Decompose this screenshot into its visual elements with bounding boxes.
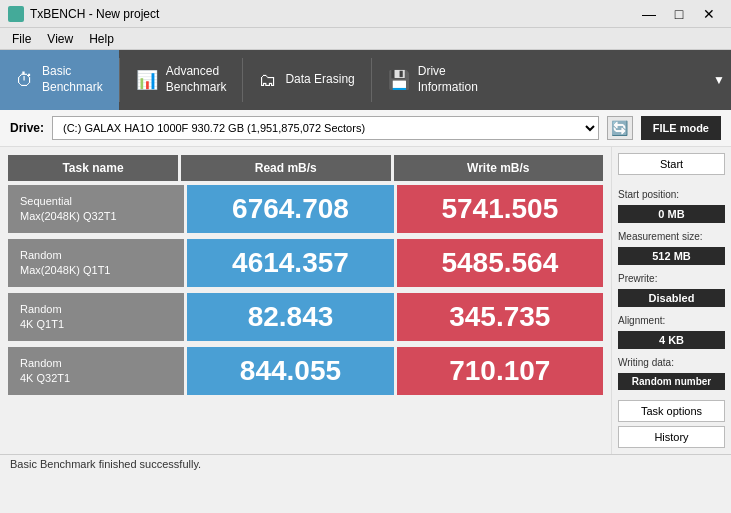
alignment-value: 4 KB [618,331,725,349]
bench-row-random-4k-q1: Random 4K Q1T1 82.843 345.735 [8,293,603,341]
status-message: Basic Benchmark finished successfully. [10,458,201,470]
data-erasing-label: Data Erasing [285,72,354,88]
status-bar: Basic Benchmark finished successfully. [0,454,731,473]
bench-write-sequential: 5741.505 [397,185,603,233]
start-position-label: Start position: [618,189,725,200]
drive-select[interactable]: (C:) GALAX HA1O 1000F 930.72 GB (1,951,8… [52,116,599,140]
basic-benchmark-label: BasicBenchmark [42,64,103,95]
title-bar: TxBENCH - New project — □ ✕ [0,0,731,28]
window-controls: — □ ✕ [635,4,723,24]
bench-name-random-max: Random Max(2048K) Q1T1 [8,239,184,287]
close-button[interactable]: ✕ [695,4,723,24]
history-button[interactable]: History [618,426,725,448]
start-position-value: 0 MB [618,205,725,223]
start-button[interactable]: Start [618,153,725,175]
bench-row-sequential: Sequential Max(2048K) Q32T1 6764.708 574… [8,185,603,233]
bench-write-random-4k-q32: 710.107 [397,347,603,395]
bench-read-sequential: 6764.708 [187,185,393,233]
menu-file[interactable]: File [4,30,39,48]
right-panel: Start Start position: 0 MB Measurement s… [611,147,731,454]
minimize-button[interactable]: — [635,4,663,24]
header-task-name: Task name [8,155,178,181]
bench-name-random-4k-q1: Random 4K Q1T1 [8,293,184,341]
prewrite-label: Prewrite: [618,273,725,284]
content-area: Task name Read mB/s Write mB/s Sequentia… [0,147,731,454]
drive-info-label: DriveInformation [418,64,478,95]
menu-help[interactable]: Help [81,30,122,48]
tab-data-erasing[interactable]: 🗂 Data Erasing [243,50,370,110]
bench-read-random-max: 4614.357 [187,239,393,287]
bench-read-random-4k-q1: 82.843 [187,293,393,341]
window-title: TxBENCH - New project [30,7,159,21]
maximize-button[interactable]: □ [665,4,693,24]
writing-data-label: Writing data: [618,357,725,368]
advanced-benchmark-icon: 📊 [136,69,158,91]
header-read: Read mB/s [181,155,391,181]
bench-row-random-4k-q32: Random 4K Q32T1 844.055 710.107 [8,347,603,395]
bench-name-random-4k-q32: Random 4K Q32T1 [8,347,184,395]
benchmark-area: Task name Read mB/s Write mB/s Sequentia… [0,147,611,454]
header-write: Write mB/s [394,155,604,181]
toolbar-dropdown[interactable]: ▼ [707,50,731,110]
bench-write-random-4k-q1: 345.735 [397,293,603,341]
drive-label: Drive: [10,121,44,135]
bench-header: Task name Read mB/s Write mB/s [8,155,603,181]
writing-data-value: Random number [618,373,725,390]
tab-drive-information[interactable]: 💾 DriveInformation [372,50,494,110]
bench-row-random-max: Random Max(2048K) Q1T1 4614.357 5485.564 [8,239,603,287]
drive-bar: Drive: (C:) GALAX HA1O 1000F 930.72 GB (… [0,110,731,147]
prewrite-value: Disabled [618,289,725,307]
alignment-label: Alignment: [618,315,725,326]
menu-view[interactable]: View [39,30,81,48]
toolbar: ⏱ BasicBenchmark 📊 AdvancedBenchmark 🗂 D… [0,50,731,110]
drive-refresh-button[interactable]: 🔄 [607,116,633,140]
task-options-button[interactable]: Task options [618,400,725,422]
bench-read-random-4k-q32: 844.055 [187,347,393,395]
measurement-size-label: Measurement size: [618,231,725,242]
tab-basic-benchmark[interactable]: ⏱ BasicBenchmark [0,50,119,110]
menu-bar: File View Help [0,28,731,50]
advanced-benchmark-label: AdvancedBenchmark [166,64,227,95]
data-erasing-icon: 🗂 [259,70,277,91]
drive-info-icon: 💾 [388,69,410,91]
bench-write-random-max: 5485.564 [397,239,603,287]
tab-advanced-benchmark[interactable]: 📊 AdvancedBenchmark [120,50,243,110]
file-mode-button[interactable]: FILE mode [641,116,721,140]
measurement-size-value: 512 MB [618,247,725,265]
app-icon [8,6,24,22]
basic-benchmark-icon: ⏱ [16,70,34,91]
bench-name-sequential: Sequential Max(2048K) Q32T1 [8,185,184,233]
